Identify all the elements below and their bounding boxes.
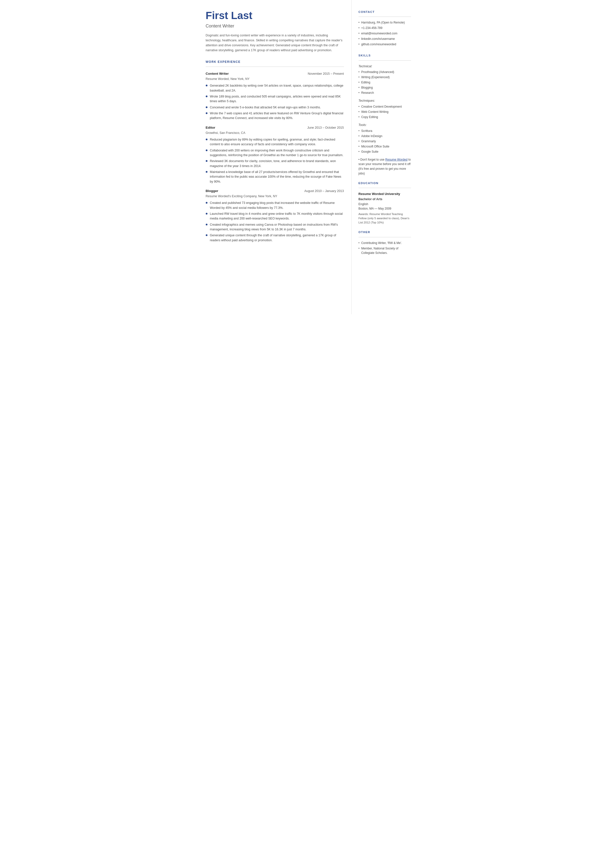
other-header: OTHER bbox=[358, 230, 411, 234]
candidate-summary: Dogmatic and fun-loving content writer w… bbox=[206, 33, 344, 53]
list-item: Generated unique content through the cra… bbox=[206, 233, 344, 243]
list-item: Web Content Writing bbox=[358, 110, 411, 114]
contact-list: Harrisburg, PA (Open to Remote) +1-234-4… bbox=[358, 20, 411, 47]
job-3-header: Blogger August 2010 – January 2013 bbox=[206, 189, 344, 194]
list-item: Wrote the 7 web copies and 41 articles t… bbox=[206, 111, 344, 121]
list-item: Research bbox=[358, 90, 411, 95]
job-2-bullets: Reduced plagiarism by 89% by editing cop… bbox=[206, 137, 344, 184]
list-item: Generated 2K backlinks by writing over 5… bbox=[206, 83, 344, 93]
candidate-name: First Last bbox=[206, 10, 344, 21]
list-item: Adobe InDesign bbox=[358, 134, 411, 138]
skills-techniques-label: Techniques: bbox=[358, 98, 411, 103]
promo-text: • Don't forget to use Resume Worded to s… bbox=[358, 157, 411, 175]
contact-header: CONTACT bbox=[358, 10, 411, 14]
list-item: Maintained a knowledge base of all 27 pr… bbox=[206, 170, 344, 184]
job-1-header: Content Writer November 2015 – Present bbox=[206, 71, 344, 76]
bullet-icon bbox=[206, 138, 208, 140]
bullet-icon bbox=[206, 96, 208, 97]
contact-email: email@resumeworded.com bbox=[358, 31, 411, 36]
list-item: Creative Content Development bbox=[358, 104, 411, 109]
list-item: Created and published 73 engaging blog p… bbox=[206, 201, 344, 210]
candidate-title: Content Writer bbox=[206, 23, 344, 30]
list-item: Editing bbox=[358, 80, 411, 85]
education-section: EDUCATION Resume Worded University Bache… bbox=[358, 181, 411, 225]
list-item: Member, National Society of Collegiate S… bbox=[358, 246, 411, 255]
job-2-header: Editor June 2013 – October 2015 bbox=[206, 125, 344, 130]
edu-location: Boston, MA — May 2009 bbox=[358, 207, 411, 211]
list-item: Created infographics and memes using Can… bbox=[206, 222, 344, 232]
list-item: Microsoft Office Suite bbox=[358, 144, 411, 149]
skills-section: SKILLS Technical: Proofreading (Advanced… bbox=[358, 53, 411, 175]
list-item: Reviewed 3K documents for clarity, conci… bbox=[206, 159, 344, 169]
work-experience-section: WORK EXPERIENCE Content Writer November … bbox=[206, 60, 344, 243]
bullet-icon bbox=[206, 224, 208, 225]
contact-linkedin: linkedin.com/in/username bbox=[358, 37, 411, 41]
job-3-dates: August 2010 – January 2013 bbox=[304, 189, 344, 194]
education-header: EDUCATION bbox=[358, 181, 411, 185]
skills-technical-list: Proofreading (Advanced) Writing (Experie… bbox=[358, 70, 411, 95]
bullet-icon bbox=[206, 171, 208, 173]
list-item: Scrittura bbox=[358, 129, 411, 133]
list-item: Google Suite bbox=[358, 149, 411, 154]
job-1-company: Resume Worded, New York, NY bbox=[206, 77, 344, 81]
other-list: Contributing Writer, 'RW & Me'. Member, … bbox=[358, 241, 411, 255]
job-1-dates: November 2015 – Present bbox=[308, 71, 344, 76]
contact-section: CONTACT Harrisburg, PA (Open to Remote) … bbox=[358, 10, 411, 47]
list-item: Writing (Experienced) bbox=[358, 75, 411, 79]
edu-school: Resume Worded University bbox=[358, 191, 411, 196]
bullet-icon bbox=[206, 234, 208, 236]
left-column: First Last Content Writer Dogmatic and f… bbox=[196, 0, 352, 314]
bullet-icon bbox=[206, 106, 208, 108]
contact-github: github.com/resumeworded bbox=[358, 42, 411, 47]
job-2-title: Editor bbox=[206, 125, 216, 130]
skills-tools-list: Scrittura Adobe InDesign Grammarly Micro… bbox=[358, 129, 411, 154]
list-item: Collaborated with 200 writers on improvi… bbox=[206, 148, 344, 158]
edu-field: English bbox=[358, 202, 411, 207]
job-3-company: Resume Worded's Exciting Company, New Yo… bbox=[206, 194, 344, 199]
bullet-icon bbox=[206, 160, 208, 162]
list-item: Wrote 189 blog posts, and conducted 505 … bbox=[206, 94, 344, 104]
list-item: Copy Editing bbox=[358, 115, 411, 119]
work-divider bbox=[206, 67, 344, 67]
job-1-bullets: Generated 2K backlinks by writing over 5… bbox=[206, 83, 344, 121]
skills-techniques-list: Creative Content Development Web Content… bbox=[358, 104, 411, 119]
job-1-title: Content Writer bbox=[206, 71, 229, 76]
list-item: Conceived and wrote 5 e-books that attra… bbox=[206, 105, 344, 110]
job-3-title: Blogger bbox=[206, 189, 219, 194]
job-2-company: Growthsi, San Francisco, CA bbox=[206, 130, 344, 135]
list-item: Contributing Writer, 'RW & Me'. bbox=[358, 241, 411, 245]
skills-tools-label: Tools: bbox=[358, 123, 411, 127]
contact-address: Harrisburg, PA (Open to Remote) bbox=[358, 20, 411, 25]
bullet-icon bbox=[206, 112, 208, 114]
bullet-icon bbox=[206, 202, 208, 203]
list-item: Launched RW travel blog in 4 months and … bbox=[206, 211, 344, 221]
right-column: CONTACT Harrisburg, PA (Open to Remote) … bbox=[352, 0, 419, 314]
bullet-icon bbox=[206, 85, 208, 86]
job-3-bullets: Created and published 73 engaging blog p… bbox=[206, 201, 344, 243]
contact-phone: +1-234-456-789 bbox=[358, 26, 411, 30]
skills-header: SKILLS bbox=[358, 53, 411, 57]
edu-degree: Bachelor of Arts bbox=[358, 197, 411, 202]
list-item: Grammarly bbox=[358, 139, 411, 143]
work-experience-header: WORK EXPERIENCE bbox=[206, 60, 344, 64]
edu-awards: Awards: Resume Worded Teaching Fellow (o… bbox=[358, 212, 411, 225]
skills-technical-label: Technical: bbox=[358, 64, 411, 69]
list-item: Reduced plagiarism by 89% by editing cop… bbox=[206, 137, 344, 147]
list-item: Blogging bbox=[358, 85, 411, 90]
other-section: OTHER Contributing Writer, 'RW & Me'. Me… bbox=[358, 230, 411, 255]
resume-worded-link[interactable]: Resume Worded bbox=[385, 158, 408, 161]
job-2-dates: June 2013 – October 2015 bbox=[307, 126, 344, 130]
bullet-icon bbox=[206, 149, 208, 151]
bullet-icon bbox=[206, 213, 208, 214]
list-item: Proofreading (Advanced) bbox=[358, 70, 411, 74]
